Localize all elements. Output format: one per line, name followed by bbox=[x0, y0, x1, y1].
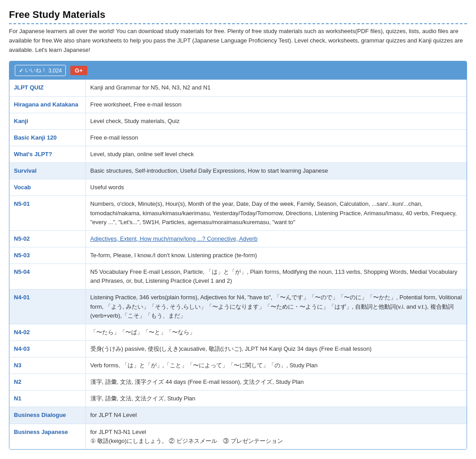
table-row: VocabUseful words bbox=[9, 179, 467, 196]
table-row: N5-03Te-form, Please, I know./I don't kn… bbox=[9, 247, 467, 264]
table-row: N5-01Numbers, o'clock, Minute(s), Hour(s… bbox=[9, 196, 467, 230]
row-label-link[interactable]: Kanji bbox=[14, 118, 28, 124]
row-label-link[interactable]: N5-03 bbox=[14, 252, 30, 259]
row-content: Numbers, o'clock, Minute(s), Hour(s), Mo… bbox=[86, 196, 467, 230]
row-label-link[interactable]: N4-01 bbox=[14, 294, 30, 301]
checkmark-icon: ✓ bbox=[19, 68, 23, 74]
table-row: Business Japanesefor JLPT N3-N1 Level① 敬… bbox=[9, 424, 467, 449]
row-label-link[interactable]: What's JLPT? bbox=[14, 151, 52, 157]
study-materials-card: ✓ いいね！ 3,024 G+ JLPT QUIZKanji and Gramm… bbox=[9, 61, 467, 450]
row-content: Basic structures, Self-introduction, Use… bbox=[86, 163, 467, 179]
row-content: 受身(うけみ) passive, 使役(しえき)causative, 敬語(けい… bbox=[86, 340, 467, 357]
table-row: N4-02「〜たら」「〜ば」「〜と」「〜なら」 bbox=[9, 324, 467, 340]
row-label-link[interactable]: N5-04 bbox=[14, 268, 30, 275]
table-row: N3Verb forms, 「は」と「が」,「こと」「〜によって」「〜に関して」… bbox=[9, 357, 467, 374]
like-label: いいね！ bbox=[25, 67, 47, 74]
row-content: Level, study plan, online self level che… bbox=[86, 146, 467, 162]
row-label: JLPT QUIZ bbox=[9, 80, 86, 96]
table-row: Hiragana and KatakanaFree worksheet, Fre… bbox=[9, 96, 467, 113]
row-content: Free e-mail lesson bbox=[86, 129, 467, 146]
row-label-link[interactable]: N4-02 bbox=[14, 329, 30, 336]
row-label-link[interactable]: N5-01 bbox=[14, 200, 30, 207]
like-button[interactable]: ✓ いいね！ 3,024 bbox=[15, 65, 66, 76]
row-content: Useful words bbox=[86, 179, 467, 196]
row-content: Kanji and Grammar for N5, N4, N3, N2 and… bbox=[86, 80, 467, 96]
row-content: N5 Vocabulary Free E-mail Lesson, Partic… bbox=[86, 264, 467, 289]
table-row: N5-04N5 Vocabulary Free E-mail Lesson, P… bbox=[9, 264, 467, 289]
table-row: N2漢字, 語彙, 文法, 漢字クイズ 44 days (Free E-mail… bbox=[9, 374, 467, 391]
page-description: For Japanese learners all over the world… bbox=[9, 27, 467, 55]
row-content: 漢字, 語彙, 文法, 漢字クイズ 44 days (Free E-mail l… bbox=[86, 374, 467, 391]
row-content: Verb forms, 「は」と「が」,「こと」「〜によって」「〜に関して」「の… bbox=[86, 357, 467, 374]
row-content: Adjectives, Extent, How much/many/long .… bbox=[86, 230, 467, 247]
row-label-link[interactable]: N4-03 bbox=[14, 345, 30, 352]
table-row: KanjiLevel check, Study materials, Quiz bbox=[9, 113, 467, 129]
row-label-link[interactable]: Business Japanese bbox=[14, 429, 68, 435]
row-label-link[interactable]: Basic Kanji 120 bbox=[14, 134, 56, 141]
row-label-link[interactable]: Survival bbox=[14, 167, 37, 174]
table-row: Business Dialoguefor JLPT N4 Level bbox=[9, 407, 467, 424]
table-row: SurvivalBasic structures, Self-introduct… bbox=[9, 163, 467, 179]
row-label-link[interactable]: N2 bbox=[14, 378, 21, 385]
row-label-link[interactable]: Hiragana and Katakana bbox=[14, 101, 78, 108]
table-row: N4-03受身(うけみ) passive, 使役(しえき)causative, … bbox=[9, 340, 467, 357]
row-label-link[interactable]: N5-02 bbox=[14, 235, 30, 242]
table-row: JLPT QUIZKanji and Grammar for N5, N4, N… bbox=[9, 80, 467, 96]
row-label-link[interactable]: N1 bbox=[14, 395, 21, 402]
like-count: 3,024 bbox=[48, 68, 62, 74]
materials-table: JLPT QUIZKanji and Grammar for N5, N4, N… bbox=[9, 80, 467, 449]
row-content: Listening Practice, 346 verbs(plain form… bbox=[86, 289, 467, 324]
row-content: Level check, Study materials, Quiz bbox=[86, 113, 467, 129]
row-content: Te-form, Please, I know./I don't know. L… bbox=[86, 247, 467, 264]
page-title: Free Study Materials bbox=[9, 9, 467, 24]
row-content: Free worksheet, Free e-mail lesson bbox=[86, 96, 467, 113]
row-label-link[interactable]: Vocab bbox=[14, 184, 31, 191]
card-header: ✓ いいね！ 3,024 G+ bbox=[9, 61, 467, 80]
table-row: N1漢字, 語彙, 文法, 文法クイズ, Study Plan bbox=[9, 391, 467, 407]
row-label-link[interactable]: N3 bbox=[14, 362, 21, 369]
row-content: for JLPT N4 Level bbox=[86, 407, 467, 424]
row-content: 「〜たら」「〜ば」「〜と」「〜なら」 bbox=[86, 324, 467, 340]
table-row: What's JLPT?Level, study plan, online se… bbox=[9, 146, 467, 162]
row-label-link[interactable]: Business Dialogue bbox=[14, 412, 66, 418]
row-content: 漢字, 語彙, 文法, 文法クイズ, Study Plan bbox=[86, 391, 467, 407]
table-row: N5-02Adjectives, Extent, How much/many/l… bbox=[9, 230, 467, 247]
table-row: Basic Kanji 120Free e-mail lesson bbox=[9, 129, 467, 146]
row-content-link[interactable]: Adjectives, Extent, How much/many/long .… bbox=[90, 235, 258, 242]
table-row: N4-01Listening Practice, 346 verbs(plain… bbox=[9, 289, 467, 324]
row-content: for JLPT N3-N1 Level① 敬語(keigo)にしましょう。 ②… bbox=[86, 424, 467, 449]
google-plus-button[interactable]: G+ bbox=[70, 66, 87, 75]
